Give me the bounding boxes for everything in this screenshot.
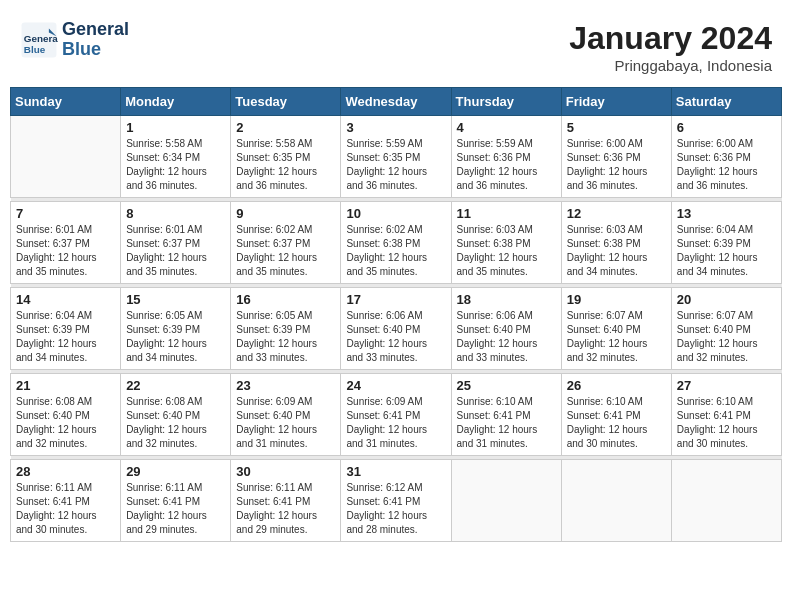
day-info: Sunrise: 6:04 AMSunset: 6:39 PMDaylight:…	[677, 223, 776, 279]
calendar-header-row: SundayMondayTuesdayWednesdayThursdayFrid…	[11, 88, 782, 116]
calendar-cell: 20Sunrise: 6:07 AMSunset: 6:40 PMDayligh…	[671, 288, 781, 370]
calendar-cell: 28Sunrise: 6:11 AMSunset: 6:41 PMDayligh…	[11, 460, 121, 542]
month-year-title: January 2024	[569, 20, 772, 57]
day-number: 22	[126, 378, 225, 393]
calendar-cell: 19Sunrise: 6:07 AMSunset: 6:40 PMDayligh…	[561, 288, 671, 370]
weekday-header-tuesday: Tuesday	[231, 88, 341, 116]
weekday-header-friday: Friday	[561, 88, 671, 116]
day-info: Sunrise: 6:07 AMSunset: 6:40 PMDaylight:…	[677, 309, 776, 365]
day-number: 16	[236, 292, 335, 307]
logo-text: General Blue	[62, 20, 129, 60]
day-number: 15	[126, 292, 225, 307]
day-info: Sunrise: 5:58 AMSunset: 6:34 PMDaylight:…	[126, 137, 225, 193]
day-number: 17	[346, 292, 445, 307]
calendar-cell: 1Sunrise: 5:58 AMSunset: 6:34 PMDaylight…	[121, 116, 231, 198]
calendar-cell: 3Sunrise: 5:59 AMSunset: 6:35 PMDaylight…	[341, 116, 451, 198]
day-number: 20	[677, 292, 776, 307]
day-info: Sunrise: 6:11 AMSunset: 6:41 PMDaylight:…	[126, 481, 225, 537]
weekday-header-saturday: Saturday	[671, 88, 781, 116]
logo: General Blue General Blue	[20, 20, 129, 60]
calendar-cell: 30Sunrise: 6:11 AMSunset: 6:41 PMDayligh…	[231, 460, 341, 542]
calendar-week-row: 28Sunrise: 6:11 AMSunset: 6:41 PMDayligh…	[11, 460, 782, 542]
calendar-cell: 26Sunrise: 6:10 AMSunset: 6:41 PMDayligh…	[561, 374, 671, 456]
calendar-week-row: 21Sunrise: 6:08 AMSunset: 6:40 PMDayligh…	[11, 374, 782, 456]
calendar-cell: 13Sunrise: 6:04 AMSunset: 6:39 PMDayligh…	[671, 202, 781, 284]
page-header: General Blue General Blue January 2024 P…	[10, 10, 782, 79]
day-number: 4	[457, 120, 556, 135]
svg-text:General: General	[24, 33, 58, 44]
calendar-week-row: 14Sunrise: 6:04 AMSunset: 6:39 PMDayligh…	[11, 288, 782, 370]
calendar-cell: 22Sunrise: 6:08 AMSunset: 6:40 PMDayligh…	[121, 374, 231, 456]
day-info: Sunrise: 6:05 AMSunset: 6:39 PMDaylight:…	[236, 309, 335, 365]
day-info: Sunrise: 6:10 AMSunset: 6:41 PMDaylight:…	[677, 395, 776, 451]
day-number: 23	[236, 378, 335, 393]
day-number: 24	[346, 378, 445, 393]
day-info: Sunrise: 5:59 AMSunset: 6:36 PMDaylight:…	[457, 137, 556, 193]
weekday-header-monday: Monday	[121, 88, 231, 116]
day-number: 18	[457, 292, 556, 307]
day-number: 28	[16, 464, 115, 479]
day-info: Sunrise: 6:06 AMSunset: 6:40 PMDaylight:…	[457, 309, 556, 365]
calendar-cell: 10Sunrise: 6:02 AMSunset: 6:38 PMDayligh…	[341, 202, 451, 284]
day-info: Sunrise: 6:05 AMSunset: 6:39 PMDaylight:…	[126, 309, 225, 365]
calendar-cell: 27Sunrise: 6:10 AMSunset: 6:41 PMDayligh…	[671, 374, 781, 456]
calendar-cell: 2Sunrise: 5:58 AMSunset: 6:35 PMDaylight…	[231, 116, 341, 198]
day-info: Sunrise: 6:10 AMSunset: 6:41 PMDaylight:…	[567, 395, 666, 451]
day-info: Sunrise: 6:10 AMSunset: 6:41 PMDaylight:…	[457, 395, 556, 451]
day-info: Sunrise: 6:07 AMSunset: 6:40 PMDaylight:…	[567, 309, 666, 365]
calendar-cell: 14Sunrise: 6:04 AMSunset: 6:39 PMDayligh…	[11, 288, 121, 370]
day-info: Sunrise: 5:58 AMSunset: 6:35 PMDaylight:…	[236, 137, 335, 193]
calendar-cell: 9Sunrise: 6:02 AMSunset: 6:37 PMDaylight…	[231, 202, 341, 284]
day-info: Sunrise: 6:02 AMSunset: 6:38 PMDaylight:…	[346, 223, 445, 279]
day-info: Sunrise: 6:08 AMSunset: 6:40 PMDaylight:…	[16, 395, 115, 451]
calendar-table: SundayMondayTuesdayWednesdayThursdayFrid…	[10, 87, 782, 542]
day-info: Sunrise: 6:08 AMSunset: 6:40 PMDaylight:…	[126, 395, 225, 451]
day-number: 5	[567, 120, 666, 135]
calendar-cell: 7Sunrise: 6:01 AMSunset: 6:37 PMDaylight…	[11, 202, 121, 284]
day-number: 19	[567, 292, 666, 307]
day-number: 26	[567, 378, 666, 393]
calendar-cell	[561, 460, 671, 542]
calendar-cell: 4Sunrise: 5:59 AMSunset: 6:36 PMDaylight…	[451, 116, 561, 198]
calendar-cell: 18Sunrise: 6:06 AMSunset: 6:40 PMDayligh…	[451, 288, 561, 370]
svg-text:Blue: Blue	[24, 44, 46, 55]
calendar-week-row: 7Sunrise: 6:01 AMSunset: 6:37 PMDaylight…	[11, 202, 782, 284]
weekday-header-wednesday: Wednesday	[341, 88, 451, 116]
day-info: Sunrise: 5:59 AMSunset: 6:35 PMDaylight:…	[346, 137, 445, 193]
calendar-cell: 6Sunrise: 6:00 AMSunset: 6:36 PMDaylight…	[671, 116, 781, 198]
day-number: 11	[457, 206, 556, 221]
day-info: Sunrise: 6:02 AMSunset: 6:37 PMDaylight:…	[236, 223, 335, 279]
calendar-cell: 8Sunrise: 6:01 AMSunset: 6:37 PMDaylight…	[121, 202, 231, 284]
calendar-week-row: 1Sunrise: 5:58 AMSunset: 6:34 PMDaylight…	[11, 116, 782, 198]
day-number: 27	[677, 378, 776, 393]
calendar-cell: 23Sunrise: 6:09 AMSunset: 6:40 PMDayligh…	[231, 374, 341, 456]
day-number: 2	[236, 120, 335, 135]
day-info: Sunrise: 6:01 AMSunset: 6:37 PMDaylight:…	[126, 223, 225, 279]
location-subtitle: Pringgabaya, Indonesia	[569, 57, 772, 74]
calendar-cell	[671, 460, 781, 542]
day-info: Sunrise: 6:11 AMSunset: 6:41 PMDaylight:…	[16, 481, 115, 537]
day-info: Sunrise: 6:00 AMSunset: 6:36 PMDaylight:…	[677, 137, 776, 193]
day-number: 1	[126, 120, 225, 135]
calendar-cell: 31Sunrise: 6:12 AMSunset: 6:41 PMDayligh…	[341, 460, 451, 542]
calendar-cell: 11Sunrise: 6:03 AMSunset: 6:38 PMDayligh…	[451, 202, 561, 284]
day-info: Sunrise: 6:03 AMSunset: 6:38 PMDaylight:…	[457, 223, 556, 279]
calendar-cell	[11, 116, 121, 198]
day-number: 29	[126, 464, 225, 479]
title-block: January 2024 Pringgabaya, Indonesia	[569, 20, 772, 74]
day-info: Sunrise: 6:00 AMSunset: 6:36 PMDaylight:…	[567, 137, 666, 193]
calendar-cell: 25Sunrise: 6:10 AMSunset: 6:41 PMDayligh…	[451, 374, 561, 456]
day-number: 9	[236, 206, 335, 221]
day-number: 7	[16, 206, 115, 221]
day-number: 13	[677, 206, 776, 221]
day-number: 25	[457, 378, 556, 393]
day-number: 21	[16, 378, 115, 393]
day-number: 12	[567, 206, 666, 221]
calendar-cell: 29Sunrise: 6:11 AMSunset: 6:41 PMDayligh…	[121, 460, 231, 542]
calendar-cell: 12Sunrise: 6:03 AMSunset: 6:38 PMDayligh…	[561, 202, 671, 284]
day-info: Sunrise: 6:09 AMSunset: 6:41 PMDaylight:…	[346, 395, 445, 451]
day-info: Sunrise: 6:12 AMSunset: 6:41 PMDaylight:…	[346, 481, 445, 537]
logo-icon: General Blue	[20, 21, 58, 59]
weekday-header-thursday: Thursday	[451, 88, 561, 116]
day-info: Sunrise: 6:03 AMSunset: 6:38 PMDaylight:…	[567, 223, 666, 279]
